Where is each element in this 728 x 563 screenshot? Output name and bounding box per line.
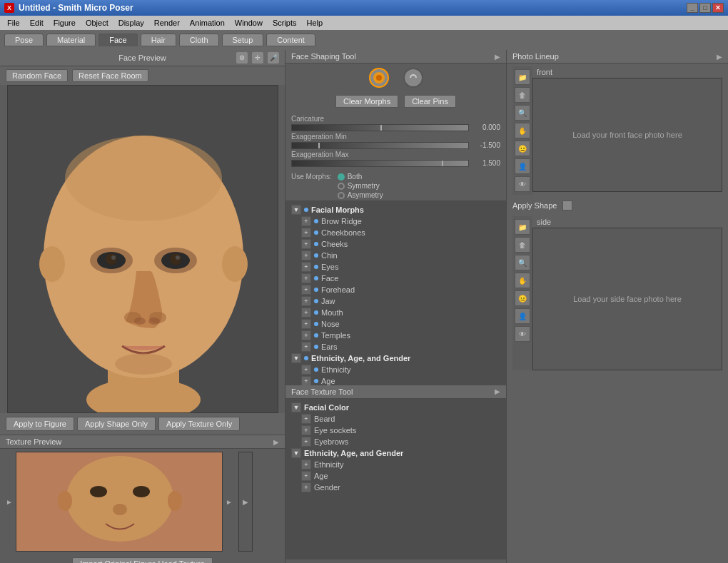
caricature-track[interactable] — [291, 124, 469, 131]
apply-texture-only-button[interactable]: Apply Texture Only — [158, 417, 240, 431]
tree-item-chin[interactable]: + Chin — [285, 250, 506, 261]
tree-item-face[interactable]: + Face — [285, 273, 506, 284]
tree-item-temples[interactable]: + Temples — [285, 330, 506, 341]
tree-expand-temples[interactable]: + — [301, 330, 311, 340]
clear-pins-button[interactable]: Clear Pins — [404, 95, 456, 108]
reset-face-room-button[interactable]: Reset Face Room — [72, 69, 148, 82]
menu-animation[interactable]: Animation — [186, 17, 229, 29]
minimize-button[interactable]: _ — [687, 3, 698, 13]
tree-item-age[interactable]: + Age — [285, 375, 506, 385]
tab-hair[interactable]: Hair — [141, 34, 176, 46]
tree-item-eyes[interactable]: + Eyes — [285, 261, 506, 273]
tree-expand-facial[interactable]: ▼ — [291, 205, 301, 215]
tree-expand-cheekbones[interactable]: + — [301, 228, 311, 238]
tree-item-ethnicity-parent[interactable]: ▼ Ethnicity, Age, and Gender — [285, 352, 506, 364]
menu-file[interactable]: File — [3, 17, 24, 29]
tree-item-facial-color[interactable]: ▼ Facial Color — [285, 402, 506, 413]
front-face-icon[interactable]: 😐 — [515, 141, 530, 156]
tree-item-beard[interactable]: + Beard — [285, 413, 506, 425]
settings-icon[interactable]: ⚙ — [236, 52, 248, 64]
tree-expand-eye-sockets[interactable]: + — [301, 425, 311, 435]
tree-expand-jaw[interactable]: + — [301, 296, 311, 306]
tree-expand-forehead[interactable]: + — [301, 285, 311, 295]
tree-expand-ethnicity[interactable]: + — [301, 365, 311, 375]
tree-expand-chin[interactable]: + — [301, 250, 311, 260]
tree-item-forehead[interactable]: + Forehead — [285, 284, 506, 295]
tab-content[interactable]: Content — [266, 34, 315, 46]
tree-item-texture-gender[interactable]: + Gender — [285, 482, 506, 493]
face-tool-secondary[interactable] — [403, 68, 423, 88]
texture-expand-icon[interactable]: ▶ — [238, 452, 253, 552]
tab-material[interactable]: Material — [46, 34, 96, 46]
menu-scripts[interactable]: Scripts — [268, 17, 301, 29]
tree-expand-facial-color[interactable]: ▼ — [291, 402, 301, 412]
menu-window[interactable]: Window — [231, 17, 267, 29]
apply-shape-checkbox[interactable] — [562, 201, 572, 211]
tree-expand-texture-ethnicity-parent[interactable]: ▼ — [291, 448, 301, 458]
exag-min-track[interactable] — [291, 142, 469, 149]
tree-expand-face[interactable]: + — [301, 273, 311, 283]
side-face-icon[interactable]: 😐 — [515, 290, 530, 306]
texture-arrow-right[interactable]: ► — [223, 497, 236, 507]
move-icon[interactable]: ✛ — [252, 52, 263, 64]
tree-item-cheeks[interactable]: + Cheeks — [285, 238, 506, 250]
side-photo-area[interactable]: Load your side face photo here — [532, 228, 722, 370]
tree-item-jaw[interactable]: + Jaw — [285, 295, 506, 307]
tree-item-ears[interactable]: + Ears — [285, 341, 506, 352]
menu-display[interactable]: Display — [114, 17, 148, 29]
tree-expand-age[interactable]: + — [301, 376, 311, 385]
import-texture-button[interactable]: Import Original Figure Head Texture — [72, 557, 213, 563]
tree-expand-texture-age[interactable]: + — [301, 471, 311, 481]
exag-max-track[interactable] — [291, 160, 469, 167]
random-face-button[interactable]: Random Face — [6, 69, 68, 82]
menu-object[interactable]: Object — [81, 17, 113, 29]
tree-expand-cheeks[interactable]: + — [301, 239, 311, 249]
tree-item-nose[interactable]: + Nose — [285, 318, 506, 330]
mic-icon[interactable]: 🎤 — [268, 52, 279, 64]
front-photo-area[interactable]: Load your front face photo here — [532, 78, 722, 192]
maximize-button[interactable]: □ — [699, 3, 711, 13]
tree-expand-eyebrows[interactable]: + — [301, 437, 311, 447]
tree-expand-mouth[interactable]: + — [301, 308, 311, 318]
menu-figure[interactable]: Figure — [49, 17, 80, 29]
front-delete-icon[interactable]: 🗑 — [515, 87, 530, 103]
tree-expand-texture-gender[interactable]: + — [301, 482, 311, 492]
tree-expand-brow[interactable]: + — [301, 216, 311, 226]
side-search-icon[interactable]: 🔍 — [515, 255, 530, 270]
tab-cloth[interactable]: Cloth — [179, 34, 219, 46]
tree-item-ethnicity[interactable]: + Ethnicity — [285, 364, 506, 375]
apply-shape-only-button[interactable]: Apply Shape Only — [77, 417, 156, 431]
tree-expand-eyes[interactable]: + — [301, 262, 311, 272]
texture-arrow-left[interactable]: ► — [3, 497, 16, 507]
face-tool-primary[interactable] — [369, 68, 389, 88]
side-face2-icon[interactable]: 👤 — [515, 308, 530, 324]
tab-face[interactable]: Face — [98, 34, 137, 46]
tab-setup[interactable]: Setup — [222, 34, 264, 46]
menu-edit[interactable]: Edit — [26, 17, 48, 29]
tree-expand-texture-ethnicity[interactable]: + — [301, 460, 311, 470]
menu-render[interactable]: Render — [150, 17, 184, 29]
side-hand-icon[interactable]: ✋ — [515, 273, 530, 288]
side-delete-icon[interactable]: 🗑 — [515, 237, 530, 253]
tree-item-mouth[interactable]: + Mouth — [285, 307, 506, 318]
front-hand-icon[interactable]: ✋ — [515, 123, 530, 138]
tree-item-texture-ethnicity-parent[interactable]: ▼ Ethnicity, Age, and Gender — [285, 447, 506, 459]
front-search-icon[interactable]: 🔍 — [515, 105, 530, 121]
radio-symmetry[interactable]: Symmetry — [338, 182, 383, 190]
tree-item-eye-sockets[interactable]: + Eye sockets — [285, 425, 506, 436]
front-face2-icon[interactable]: 👤 — [515, 158, 530, 174]
radio-both[interactable]: Both — [338, 173, 383, 181]
tab-pose[interactable]: Pose — [4, 34, 44, 46]
tree-expand-ethnicity-parent[interactable]: ▼ — [291, 353, 301, 363]
tree-item-eyebrows[interactable]: + Eyebrows — [285, 436, 506, 447]
radio-asymmetry[interactable]: Asymmetry — [338, 191, 383, 199]
tree-expand-nose[interactable]: + — [301, 319, 311, 329]
apply-to-figure-button[interactable]: Apply to Figure — [6, 417, 74, 431]
tree-item-facial-morphs[interactable]: ▼ Facial Morphs — [285, 204, 506, 215]
tree-item-texture-age[interactable]: + Age — [285, 470, 506, 482]
clear-morphs-button[interactable]: Clear Morphs — [335, 95, 398, 108]
tree-expand-beard[interactable]: + — [301, 414, 311, 424]
tree-expand-ears[interactable]: + — [301, 342, 311, 352]
side-folder-icon[interactable]: 📁 — [515, 219, 530, 235]
tree-item-brow-ridge[interactable]: + Brow Ridge — [285, 215, 506, 227]
